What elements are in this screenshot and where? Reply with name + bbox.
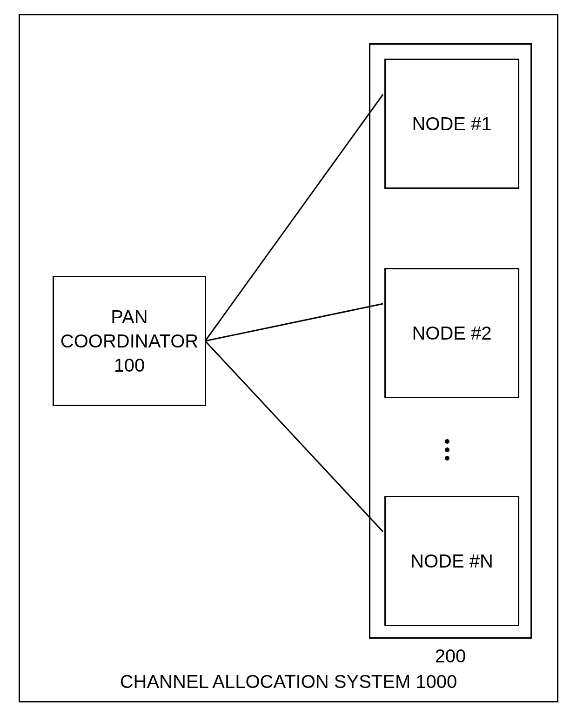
ellipsis-dots xyxy=(445,435,450,464)
system-container: PAN COORDINATOR 100 NODE #1 NODE #2 NODE… xyxy=(19,14,558,702)
node-n-label: NODE #N xyxy=(410,551,493,572)
coordinator-number: 100 xyxy=(114,355,145,375)
pan-coordinator-label: PAN COORDINATOR 100 xyxy=(60,305,198,377)
node-box-1: NODE #1 xyxy=(384,59,519,189)
node-box-2: NODE #2 xyxy=(384,268,519,398)
coordinator-line1: PAN xyxy=(111,307,148,327)
coordinator-line2: COORDINATOR xyxy=(60,331,198,351)
svg-line-1 xyxy=(205,304,383,341)
node-2-label: NODE #2 xyxy=(412,323,491,344)
nodes-container-number: 200 xyxy=(369,646,532,667)
svg-line-2 xyxy=(205,341,383,532)
node-box-n: NODE #N xyxy=(384,496,519,626)
nodes-container-box: NODE #1 NODE #2 NODE #N xyxy=(369,43,532,639)
pan-coordinator-box: PAN COORDINATOR 100 xyxy=(53,276,206,406)
system-caption: CHANNEL ALLOCATION SYSTEM 1000 xyxy=(20,671,557,692)
node-1-label: NODE #1 xyxy=(412,114,491,134)
svg-line-0 xyxy=(205,94,383,341)
